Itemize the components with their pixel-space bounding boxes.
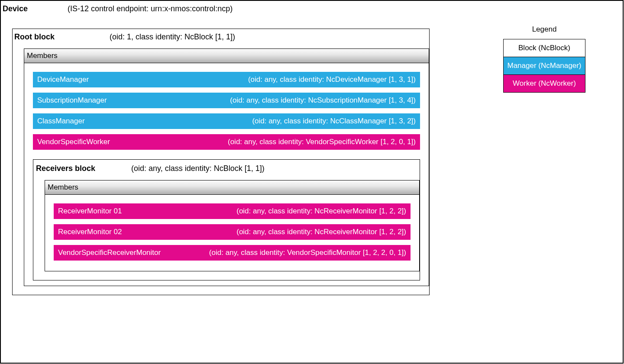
- root-block-header: Root block (oid: 1, class identity: NcBl…: [13, 29, 429, 48]
- member-receiver-monitor-01: ReceiverMonitor 01 (oid: any, class iden…: [54, 203, 411, 219]
- member-meta: (oid: any, class identity: VendorSpecifi…: [209, 248, 406, 257]
- member-name: ClassManager: [37, 117, 85, 126]
- legend-block: Block (NcBlock): [503, 39, 585, 57]
- member-meta: (oid: any, class identity: VendorSpecifi…: [228, 138, 416, 146]
- member-subscription-manager: SubscriptionManager (oid: any, class ide…: [33, 93, 420, 108]
- legend-title: Legend: [503, 25, 585, 34]
- device-container: Device (IS-12 control endpoint: urn:x-nm…: [0, 0, 624, 364]
- root-block-meta: (oid: 1, class identity: NcBlock [1, 1]): [110, 32, 235, 42]
- root-members-label: Members: [24, 49, 429, 63]
- member-vendor-receiver-monitor: VendorSpecificReceiverMonitor (oid: any,…: [54, 245, 411, 261]
- member-name: ReceiverMonitor 01: [58, 207, 122, 216]
- device-header: Device (IS-12 control endpoint: urn:x-nm…: [1, 1, 623, 17]
- receivers-members-container: Members ReceiverMonitor 01 (oid: any, cl…: [45, 180, 420, 271]
- legend-manager: Manager (NcManager): [503, 57, 585, 74]
- member-name: SubscriptionManager: [37, 96, 107, 105]
- device-meta: (IS-12 control endpoint: urn:x-nmos:cont…: [68, 4, 233, 13]
- member-meta: (oid: any, class identity: NcClassManage…: [252, 117, 416, 126]
- member-name: ReceiverMonitor 02: [58, 228, 122, 236]
- member-receiver-monitor-02: ReceiverMonitor 02 (oid: any, class iden…: [54, 224, 411, 240]
- member-meta: (oid: any, class identity: NcReceiverMon…: [236, 228, 406, 236]
- member-meta: (oid: any, class identity: NcSubscriptio…: [230, 96, 416, 105]
- legend-worker: Worker (NcWorker): [503, 74, 585, 93]
- receivers-members-body: ReceiverMonitor 01 (oid: any, class iden…: [45, 195, 419, 271]
- legend: Legend Block (NcBlock) Manager (NcManage…: [503, 25, 585, 93]
- root-block-title: Root block: [14, 32, 110, 42]
- device-title: Device: [3, 4, 68, 13]
- member-class-manager: ClassManager (oid: any, class identity: …: [33, 113, 420, 129]
- root-block: Root block (oid: 1, class identity: NcBl…: [12, 29, 430, 295]
- member-name: VendorSpecificWorker: [37, 138, 110, 146]
- receivers-block: Receivers block (oid: any, class identit…: [33, 159, 420, 280]
- member-meta: (oid: any, class identity: NcReceiverMon…: [236, 207, 406, 216]
- receivers-block-title: Receivers block: [36, 164, 131, 173]
- receivers-block-meta: (oid: any, class identity: NcBlock [1, 1…: [131, 164, 265, 173]
- member-vendor-worker: VendorSpecificWorker (oid: any, class id…: [33, 134, 420, 150]
- member-device-manager: DeviceManager (oid: any, class identity:…: [33, 72, 420, 87]
- receivers-members-label: Members: [45, 180, 419, 195]
- member-meta: (oid: any, class identity: NcDeviceManag…: [248, 75, 416, 84]
- member-name: DeviceManager: [37, 75, 89, 84]
- member-name: VendorSpecificReceiverMonitor: [58, 248, 161, 257]
- receivers-block-header: Receivers block (oid: any, class identit…: [33, 160, 420, 180]
- root-members-body: DeviceManager (oid: any, class identity:…: [24, 63, 429, 286]
- root-members-container: Members DeviceManager (oid: any, class i…: [24, 48, 429, 286]
